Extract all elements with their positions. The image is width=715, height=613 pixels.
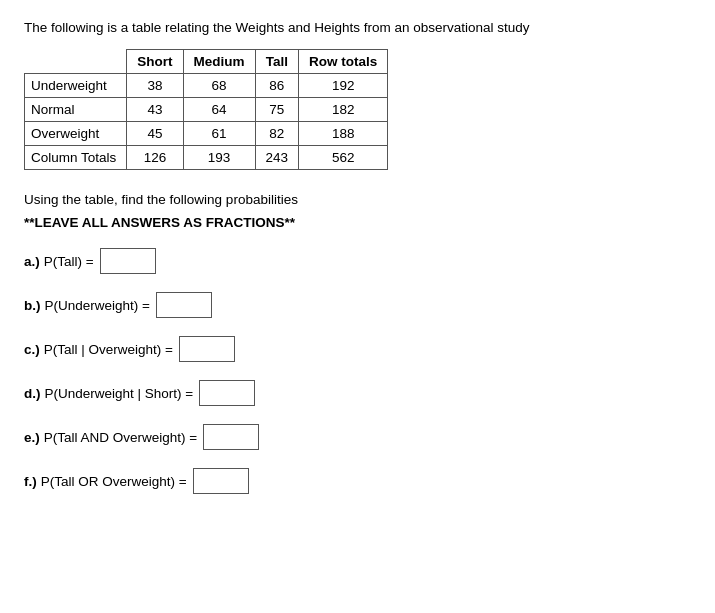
question-label-d: d.) xyxy=(24,386,41,401)
table-cell-tall: 75 xyxy=(255,98,299,122)
table-cell-row_total: 192 xyxy=(299,74,388,98)
question-row-b: b.) P(Underweight) = xyxy=(24,292,691,318)
table-row: Normal436475182 xyxy=(25,98,388,122)
answer-input-d[interactable] xyxy=(199,380,255,406)
question-label-b: b.) xyxy=(24,298,41,313)
table-cell-label: Underweight xyxy=(25,74,127,98)
table-cell-medium: 68 xyxy=(183,74,255,98)
table-cell-row_total: 188 xyxy=(299,122,388,146)
data-table: Short Medium Tall Row totals Underweight… xyxy=(24,49,388,170)
table-row: Overweight456182188 xyxy=(25,122,388,146)
table-cell-label: Column Totals xyxy=(25,146,127,170)
question-row-a: a.) P(Tall) = xyxy=(24,248,691,274)
table-row: Column Totals126193243562 xyxy=(25,146,388,170)
table-cell-label: Overweight xyxy=(25,122,127,146)
header-empty xyxy=(25,50,127,74)
question-label-e: e.) xyxy=(24,430,40,445)
question-text-e: P(Tall AND Overweight) = xyxy=(44,430,197,445)
question-row-d: d.) P(Underweight | Short) = xyxy=(24,380,691,406)
table-cell-label: Normal xyxy=(25,98,127,122)
instruction-text: **LEAVE ALL ANSWERS AS FRACTIONS** xyxy=(24,215,691,230)
header-tall: Tall xyxy=(255,50,299,74)
table-cell-tall: 82 xyxy=(255,122,299,146)
header-short: Short xyxy=(127,50,183,74)
table-cell-medium: 64 xyxy=(183,98,255,122)
header-medium: Medium xyxy=(183,50,255,74)
table-cell-short: 38 xyxy=(127,74,183,98)
questions-container: a.) P(Tall) =b.) P(Underweight) =c.) P(T… xyxy=(24,248,691,494)
question-row-e: e.) P(Tall AND Overweight) = xyxy=(24,424,691,450)
question-text-b: P(Underweight) = xyxy=(45,298,150,313)
question-text-d: P(Underweight | Short) = xyxy=(45,386,194,401)
table-cell-tall: 86 xyxy=(255,74,299,98)
question-text-f: P(Tall OR Overweight) = xyxy=(41,474,187,489)
table-cell-short: 43 xyxy=(127,98,183,122)
table-cell-medium: 193 xyxy=(183,146,255,170)
answer-input-f[interactable] xyxy=(193,468,249,494)
table-cell-medium: 61 xyxy=(183,122,255,146)
table-cell-row_total: 562 xyxy=(299,146,388,170)
question-label-f: f.) xyxy=(24,474,37,489)
question-text-a: P(Tall) = xyxy=(44,254,94,269)
answer-input-b[interactable] xyxy=(156,292,212,318)
table-cell-tall: 243 xyxy=(255,146,299,170)
table-row: Underweight386886192 xyxy=(25,74,388,98)
intro-text: The following is a table relating the We… xyxy=(24,20,691,35)
section-text: Using the table, find the following prob… xyxy=(24,192,691,207)
table-cell-short: 126 xyxy=(127,146,183,170)
header-row-totals: Row totals xyxy=(299,50,388,74)
question-label-c: c.) xyxy=(24,342,40,357)
question-row-c: c.) P(Tall | Overweight) = xyxy=(24,336,691,362)
question-text-c: P(Tall | Overweight) = xyxy=(44,342,173,357)
question-label-a: a.) xyxy=(24,254,40,269)
answer-input-c[interactable] xyxy=(179,336,235,362)
question-row-f: f.) P(Tall OR Overweight) = xyxy=(24,468,691,494)
table-cell-row_total: 182 xyxy=(299,98,388,122)
answer-input-a[interactable] xyxy=(100,248,156,274)
table-cell-short: 45 xyxy=(127,122,183,146)
answer-input-e[interactable] xyxy=(203,424,259,450)
